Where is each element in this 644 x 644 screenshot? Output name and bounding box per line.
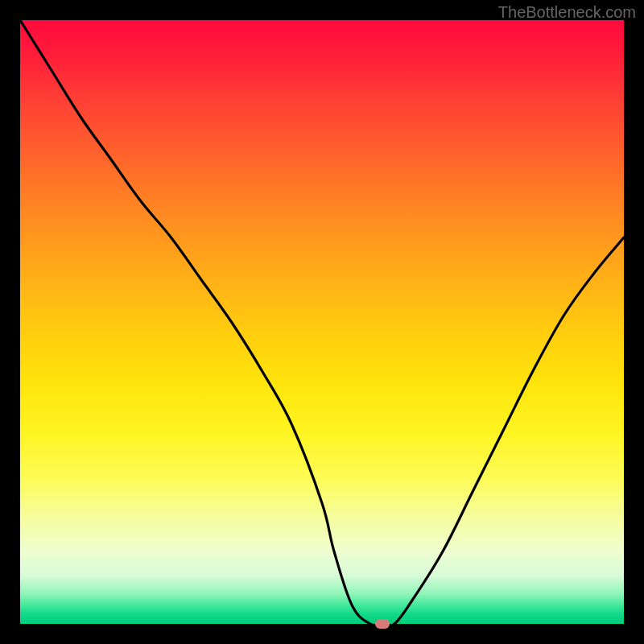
watermark-text: TheBottleneck.com — [498, 3, 636, 22]
bottleneck-curve — [20, 20, 624, 624]
optimal-marker — [375, 619, 390, 629]
plot-area — [20, 20, 624, 624]
